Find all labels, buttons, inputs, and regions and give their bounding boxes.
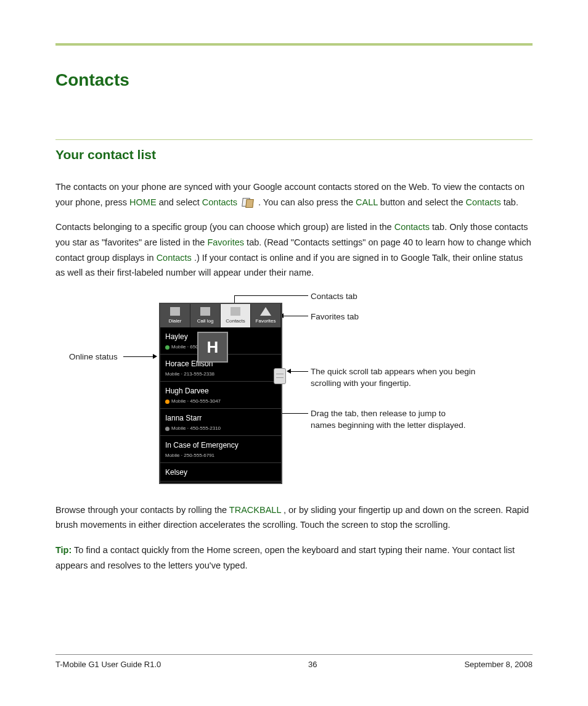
contact-sub: Mobile · 450-555-3047 <box>165 397 276 406</box>
list-item[interactable]: Hugh Darvee Mobile · 450-555-3047 <box>160 382 281 409</box>
tip-text: To find a contact quickly from the Home … <box>55 545 515 570</box>
section-title: Your contact list <box>55 147 533 162</box>
phone-screenshot: Dialer Call log Contacts Favorites H Hay… <box>159 303 282 484</box>
paragraph-tip: Tip: To find a contact quickly from the … <box>55 543 533 573</box>
text: and select <box>159 197 202 207</box>
arrow-icon <box>153 354 157 359</box>
tab-dialer[interactable]: Dialer <box>160 304 190 327</box>
kw-home: HOME <box>129 197 157 207</box>
text: Mobile · 450-555-3047 <box>171 398 221 404</box>
kw-contacts: Contacts <box>202 197 237 207</box>
phone-tabbar: Dialer Call log Contacts Favorites <box>160 304 281 327</box>
callout-line <box>284 316 308 316</box>
kw-contacts: Contacts <box>466 197 501 207</box>
paragraph-3: Browse through your contacts by rolling … <box>55 503 533 533</box>
callout-line <box>234 295 308 296</box>
paragraph-1: The contacts on your phone are synced wi… <box>55 179 533 210</box>
footer-page-number: 36 <box>308 660 317 669</box>
contact-name: In Case of Emergency <box>165 439 276 451</box>
tab-label: Contacts <box>221 317 250 326</box>
kw-call: CALL <box>356 197 378 207</box>
contact-name: Hugh Darvee <box>165 385 276 397</box>
text: Browse through your contacts by rolling … <box>55 505 229 515</box>
letter-indicator: H <box>197 332 228 363</box>
page-title: Contacts <box>55 70 533 90</box>
footer-left: T-Mobile G1 User Guide R1.0 <box>55 660 161 669</box>
kw-contacts: Contacts <box>394 222 430 232</box>
tab-contacts[interactable]: Contacts <box>221 304 251 327</box>
tab-favorites[interactable]: Favorites <box>251 304 281 327</box>
text: Mobile · 450-555-2310 <box>171 425 221 431</box>
arrow-icon <box>287 369 291 374</box>
contact-sub: Mobile · 250-555-6791 <box>165 451 276 460</box>
tab-label: Dialer <box>160 317 190 326</box>
callout-drag-tab: Drag the tab, then release to jump to na… <box>311 408 471 432</box>
tab-call-log[interactable]: Call log <box>190 304 221 327</box>
quick-scroll-tab[interactable] <box>274 368 286 384</box>
status-dot-icon <box>165 427 169 431</box>
callout-line <box>123 356 153 357</box>
kw-contacts: Contacts <box>157 253 192 263</box>
footer-right: September 8, 2008 <box>464 660 533 669</box>
status-dot-icon <box>165 345 169 350</box>
figure: Online status Contacts tab Favorites tab… <box>55 290 533 494</box>
tip-label: Tip: <box>55 545 71 555</box>
text: Contacts belonging to a specific group (… <box>55 222 394 232</box>
tab-label: Favorites <box>251 317 280 326</box>
text: tab. <box>504 197 518 207</box>
contact-name: Kelsey <box>165 466 276 478</box>
contact-sub: Mobile · 450-555-2310 <box>165 424 276 433</box>
status-dot-icon <box>165 400 169 404</box>
section-divider <box>55 139 533 140</box>
list-item[interactable]: Kelsey <box>160 463 281 482</box>
contact-sub: Mobile · 213-555-2338 <box>165 370 276 379</box>
callout-favorites-tab: Favorites tab <box>311 311 359 323</box>
list-item[interactable]: Ianna Starr Mobile · 450-555-2310 <box>160 409 281 436</box>
paragraph-2: Contacts belonging to a specific group (… <box>55 220 533 281</box>
text: . You can also press the <box>258 197 356 207</box>
contacts-icon <box>241 197 255 209</box>
page-footer: T-Mobile G1 User Guide R1.0 36 September… <box>55 654 533 669</box>
callout-contacts-tab: Contacts tab <box>311 290 357 303</box>
kw-favorites: Favorites <box>207 237 244 247</box>
list-item[interactable]: In Case of Emergency Mobile · 250-555-67… <box>160 436 281 463</box>
text: button and select the <box>380 197 466 207</box>
callout-online-status: Online status <box>69 351 118 363</box>
text: Mobile · 650 <box>171 344 198 350</box>
contact-name: Ianna Starr <box>165 412 276 424</box>
callout-quick-scroll: The quick scroll tab appears when you be… <box>311 366 477 390</box>
top-divider <box>55 43 533 46</box>
tab-label: Call log <box>190 317 220 326</box>
kw-trackball: TRACKBALL <box>229 505 281 515</box>
callout-line <box>291 371 308 372</box>
